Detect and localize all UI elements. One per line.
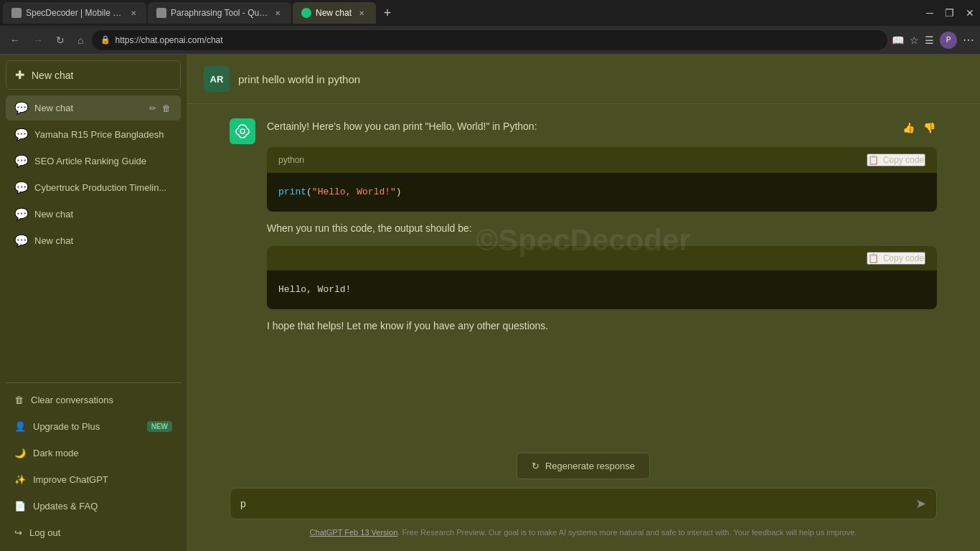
doc-icon: 📄 [14,501,26,512]
collections-icon[interactable]: ☰ [925,34,934,46]
tab-close-2[interactable]: ✕ [273,7,283,19]
back-button[interactable]: ← [6,32,24,49]
window-controls: ─ ❐ ✕ [923,4,977,22]
code-block-1-header: python 📋 Copy code [267,147,937,173]
improve-chatgpt-button[interactable]: ✨ Improve ChatGPT [6,467,181,492]
code-paren-open: ( [306,187,312,197]
chat-item-label-4: New chat [34,209,172,220]
tab-favicon-3 [301,8,311,18]
copy-code-2-button[interactable]: 📋 Copy code [867,252,925,265]
forward-button[interactable]: → [29,32,47,49]
code-string: "Hello, World!" [312,187,396,197]
tab-2[interactable]: Paraphrasing Tool - QuillBot AI ✕ [148,2,291,24]
footer-note-text: . Free Research Preview. Our goal is to … [397,528,857,537]
tab-close-1[interactable]: ✕ [129,7,138,19]
home-button[interactable]: ⌂ [73,32,88,49]
chat-input[interactable] [240,498,910,509]
svg-point-0 [240,129,245,133]
chat-item-1[interactable]: 💬 Yamaha R15 Price Bangladesh [6,122,181,147]
reading-view-icon[interactable]: 📖 [892,34,904,46]
code-paren-close: ) [396,187,402,197]
chat-item-4[interactable]: 💬 New chat [6,202,181,227]
address-bar: ← → ↻ ⌂ 🔒 https://chat.openai.com/chat 📖… [0,26,980,55]
upgrade-to-plus-button[interactable]: 👤 Upgrade to Plus NEW [6,414,181,439]
browser-chrome: SpecDecoder | Mobile Phone Pr... ✕ Parap… [0,0,980,55]
code-block-1-body: print("Hello, World!") [267,173,937,212]
new-chat-button[interactable]: ✚ New chat [6,60,181,90]
copy-label-1: Copy code [883,155,924,165]
between-text: When you run this code, the output shoul… [267,220,937,237]
sidebar-bottom: 🗑 Clear conversations 👤 Upgrade to Plus … [6,387,181,545]
assistant-intro-text: Certainly! Here's how you can print "Hel… [267,118,537,136]
more-options-button[interactable]: ⋯ [963,33,974,47]
tab-bar: SpecDecoder | Mobile Phone Pr... ✕ Parap… [0,0,980,26]
tab-title-2: Paraphrasing Tool - QuillBot AI [171,8,269,18]
chat-item-5[interactable]: 💬 New chat [6,228,181,253]
code-block-1: python 📋 Copy code print("Hello, World!"… [267,147,937,212]
regenerate-response-button[interactable]: ↻ Regenerate response [517,453,650,479]
code-lang-1: python [278,153,304,167]
chat-item-label-3: Cybertruck Production Timelin... [34,182,172,193]
close-window-button[interactable]: ✕ [963,4,977,22]
chat-icon-0: 💬 [14,101,29,115]
chat-item-label-5: New chat [34,235,172,246]
message-actions: 👍 👎 [901,118,937,138]
improve-chatgpt-label: Improve ChatGPT [33,474,108,485]
chatgpt-version-link[interactable]: ChatGPT Feb 13 Version [310,528,398,537]
edit-chat-button[interactable]: ✏ [148,102,158,115]
regen-icon: ↻ [532,461,540,471]
chat-header: AR print hello world in python [187,55,980,104]
thumbs-up-button[interactable]: 👍 [901,118,916,138]
reload-button[interactable]: ↻ [52,32,69,49]
favorites-icon[interactable]: ☆ [910,34,919,46]
tab-3[interactable]: New chat ✕ [293,2,376,24]
send-button[interactable]: ➤ [915,496,926,512]
log-out-button[interactable]: ↪ Log out [6,520,181,545]
regen-label: Regenerate response [545,461,635,471]
sidebar-divider [6,382,181,383]
chat-list: 💬 New chat ✏ 🗑 💬 Yamaha R15 Price Bangla… [6,95,181,378]
code-block-2-body: Hello, World! [267,270,937,309]
footer-note: ChatGPT Feb 13 Version. Free Research Pr… [310,528,857,537]
chat-messages: ©SpecDecoder Certainly! Here's how you c… [187,104,980,444]
log-out-label: Log out [29,527,60,538]
chat-item-actions-0: ✏ 🗑 [148,102,172,115]
address-controls: 📖 ☆ ☰ P ⋯ [892,32,974,49]
chat-footer: ↻ Regenerate response ➤ ChatGPT Feb 13 V… [187,444,980,551]
thumbs-down-button[interactable]: 👎 [922,118,937,138]
chat-icon-5: 💬 [14,234,29,248]
copy-icon-1: 📋 [868,155,879,165]
restore-button[interactable]: ❐ [942,4,957,22]
user-query-display: print hello world in python [238,73,360,85]
chat-item-3[interactable]: 💬 Cybertruck Production Timelin... [6,175,181,200]
copy-code-1-button[interactable]: 📋 Copy code [867,154,925,166]
updates-faq-label: Updates & FAQ [33,501,98,512]
new-tab-button[interactable]: + [377,3,397,23]
chat-icon-4: 💬 [14,207,29,221]
chat-item-label-1: Yamaha R15 Price Bangladesh [34,129,172,140]
minimize-button[interactable]: ─ [923,4,936,22]
tab-close-3[interactable]: ✕ [356,7,367,19]
chat-item-0[interactable]: 💬 New chat ✏ 🗑 [6,95,181,121]
clear-conversations-label: Clear conversations [31,395,113,405]
plus-icon: ✚ [15,68,24,82]
dark-mode-button[interactable]: 🌙 Dark mode [6,441,181,466]
chat-item-label-0: New chat [34,103,142,113]
profile-button[interactable]: P [940,32,957,49]
chat-icon-2: 💬 [14,154,29,168]
gpt-avatar [230,118,255,144]
chat-item-label-2: SEO Article Ranking Guide [34,156,172,166]
code-block-2: 📋 Copy code Hello, World! [267,246,937,309]
code-func: print [278,187,306,197]
delete-chat-button[interactable]: 🗑 [161,102,172,115]
upgrade-label: Upgrade to Plus [33,421,100,432]
updates-faq-button[interactable]: 📄 Updates & FAQ [6,494,181,519]
assistant-message-content: Certainly! Here's how you can print "Hel… [267,118,937,335]
user-avatar: AR [204,66,230,92]
clear-conversations-button[interactable]: 🗑 Clear conversations [6,387,181,413]
star-icon: ✨ [14,474,26,485]
tab-1[interactable]: SpecDecoder | Mobile Phone Pr... ✕ [3,2,146,24]
new-chat-label: New chat [32,70,73,81]
url-bar[interactable]: 🔒 https://chat.openai.com/chat [92,30,887,50]
chat-item-2[interactable]: 💬 SEO Article Ranking Guide [6,149,181,174]
